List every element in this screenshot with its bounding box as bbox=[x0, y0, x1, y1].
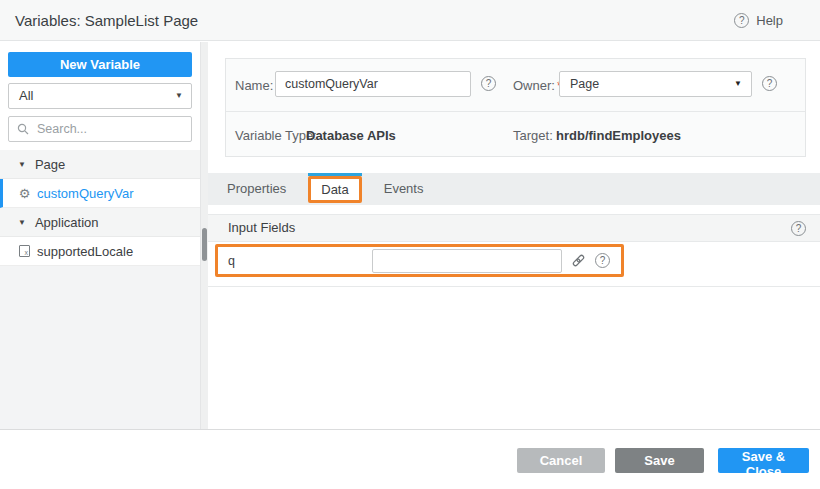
help-icon bbox=[734, 13, 749, 28]
detail-tabbar: Properties Data Events bbox=[208, 173, 820, 205]
bind-link-icon[interactable] bbox=[571, 253, 586, 268]
variable-detail-pane: Name:* Owner:* Page Variable Type: Datab… bbox=[208, 42, 820, 429]
input-fields-body: q bbox=[208, 242, 820, 287]
save-and-close-button[interactable]: Save & Close bbox=[718, 448, 809, 473]
tab-data[interactable]: Data bbox=[308, 176, 361, 203]
tab-data-annotation: Data bbox=[308, 176, 361, 203]
save-button[interactable]: Save bbox=[615, 448, 704, 473]
tree-item-label: supportedLocale bbox=[37, 244, 133, 259]
name-input[interactable] bbox=[275, 71, 471, 97]
variable-search bbox=[8, 116, 192, 142]
chevron-down-icon bbox=[18, 160, 26, 169]
tab-events[interactable]: Events bbox=[371, 173, 437, 205]
search-input[interactable] bbox=[35, 121, 183, 137]
page-title: Variables: SampleList Page bbox=[15, 0, 198, 41]
service-variable-icon: ⚙ bbox=[15, 186, 34, 201]
cancel-button[interactable]: Cancel bbox=[517, 448, 605, 473]
tree-group-page[interactable]: Page bbox=[0, 150, 200, 179]
tree-group-application[interactable]: Application bbox=[0, 208, 200, 237]
dialog-header: Variables: SampleList Page Help bbox=[0, 0, 820, 41]
active-tab-indicator bbox=[308, 173, 361, 176]
variable-summary-panel: Name:* Owner:* Page Variable Type: Datab… bbox=[225, 58, 806, 157]
scrollbar-thumb[interactable] bbox=[202, 228, 207, 261]
variables-tree: Page ⚙ customQueryVar Application x supp… bbox=[0, 150, 200, 266]
variables-sidebar: New Variable All Page ⚙ customQueryVar bbox=[0, 42, 200, 429]
input-fields-help-icon[interactable] bbox=[791, 221, 806, 236]
field-label-q: q bbox=[228, 254, 372, 268]
variable-filter-value: All bbox=[19, 88, 33, 103]
field-q-help-icon[interactable] bbox=[595, 253, 610, 268]
target-value: hrdb/findEmployees bbox=[556, 128, 681, 143]
chevron-down-icon bbox=[18, 218, 26, 227]
field-q-input[interactable] bbox=[372, 249, 562, 273]
variable-type-value: Database APIs bbox=[306, 128, 396, 143]
tab-properties[interactable]: Properties bbox=[214, 173, 299, 205]
sidebar-scrollbar[interactable] bbox=[200, 42, 208, 429]
variable-type-label: Variable Type: bbox=[235, 128, 317, 143]
owner-label: Owner:* bbox=[513, 78, 562, 93]
name-help-icon[interactable] bbox=[481, 76, 496, 91]
input-fields-title: Input Fields bbox=[228, 215, 295, 241]
input-fields-header: Input Fields bbox=[208, 214, 820, 242]
tree-group-label: Page bbox=[35, 157, 65, 172]
tree-item-customqueryvar[interactable]: ⚙ customQueryVar bbox=[0, 179, 200, 208]
owner-value: Page bbox=[570, 77, 599, 91]
tree-group-label: Application bbox=[35, 215, 99, 230]
help-label: Help bbox=[756, 13, 783, 28]
owner-select[interactable]: Page bbox=[559, 71, 752, 97]
sidebar-empty-area bbox=[0, 266, 200, 429]
name-label: Name:* bbox=[235, 78, 280, 93]
new-variable-button[interactable]: New Variable bbox=[8, 52, 192, 77]
help-button[interactable]: Help bbox=[734, 0, 783, 41]
locale-variable-icon: x bbox=[15, 245, 34, 257]
search-icon bbox=[17, 123, 29, 135]
target-label: Target: bbox=[513, 128, 553, 143]
owner-help-icon[interactable] bbox=[762, 76, 777, 91]
chevron-down-icon bbox=[734, 72, 742, 96]
input-row-annotation-box: q bbox=[215, 244, 624, 277]
variables-dialog: Variables: SampleList Page Help New Vari… bbox=[0, 0, 820, 489]
tree-item-supportedlocale[interactable]: x supportedLocale bbox=[0, 237, 200, 266]
dialog-footer: Cancel Save Save & Close bbox=[0, 429, 820, 489]
variable-filter-select[interactable]: All bbox=[8, 83, 192, 109]
chevron-down-icon bbox=[175, 84, 183, 108]
tree-item-label: customQueryVar bbox=[37, 186, 134, 201]
panel-divider bbox=[226, 111, 805, 112]
